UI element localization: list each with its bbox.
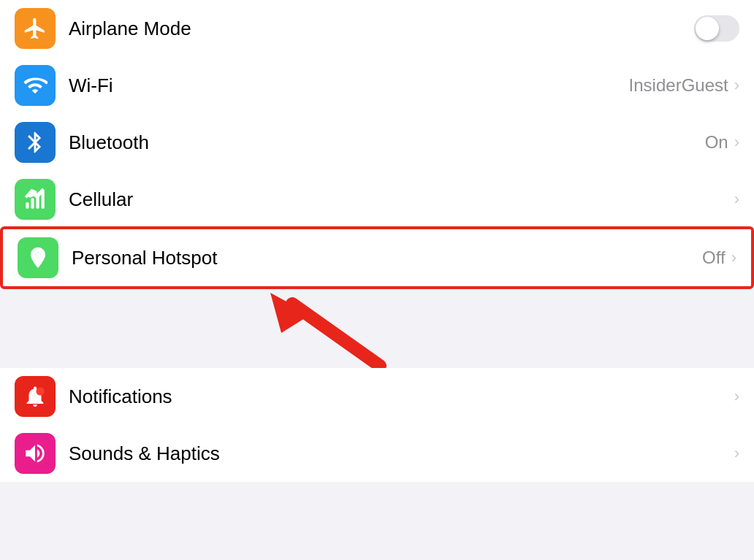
notifications-icon bbox=[15, 376, 56, 417]
toggle-knob bbox=[696, 17, 719, 40]
cellular-label: Cellular bbox=[69, 188, 734, 211]
settings-item-wifi[interactable]: Wi-Fi InsiderGuest › bbox=[0, 57, 754, 114]
sounds-icon bbox=[15, 433, 56, 474]
svg-point-4 bbox=[35, 252, 40, 257]
hotspot-chevron: › bbox=[731, 248, 736, 267]
bluetooth-icon bbox=[15, 122, 56, 163]
top-settings-group: Airplane Mode Wi-Fi InsiderGuest › bbox=[0, 0, 754, 289]
cellular-chevron: › bbox=[734, 190, 739, 209]
svg-rect-2 bbox=[36, 194, 39, 209]
cellular-icon bbox=[15, 179, 56, 220]
notifications-chevron: › bbox=[734, 387, 739, 406]
settings-item-airplane-mode[interactable]: Airplane Mode bbox=[0, 0, 754, 57]
hotspot-value: Off bbox=[702, 248, 726, 268]
airplane-mode-label: Airplane Mode bbox=[69, 18, 694, 40]
airplane-mode-toggle[interactable] bbox=[694, 15, 739, 42]
settings-item-notifications[interactable]: Notifications › bbox=[0, 368, 754, 425]
red-arrow-annotation bbox=[248, 289, 438, 368]
svg-rect-1 bbox=[31, 199, 34, 209]
bluetooth-value: On bbox=[705, 132, 728, 153]
personal-hotspot-highlight: Personal Hotspot Off › bbox=[0, 226, 754, 289]
settings-item-personal-hotspot[interactable]: Personal Hotspot Off › bbox=[3, 229, 751, 286]
notifications-label: Notifications bbox=[69, 386, 734, 408]
svg-rect-0 bbox=[26, 202, 28, 209]
bluetooth-chevron: › bbox=[734, 133, 739, 152]
wifi-chevron: › bbox=[734, 76, 739, 95]
svg-point-9 bbox=[36, 387, 44, 395]
section-divider bbox=[0, 288, 754, 368]
settings-screen: Airplane Mode Wi-Fi InsiderGuest › bbox=[0, 0, 754, 482]
wifi-value: InsiderGuest bbox=[629, 75, 728, 96]
settings-item-sounds[interactable]: Sounds & Haptics › bbox=[0, 425, 754, 482]
bluetooth-label: Bluetooth bbox=[69, 131, 705, 154]
sounds-label: Sounds & Haptics bbox=[69, 442, 734, 465]
hotspot-icon bbox=[18, 237, 58, 278]
settings-item-cellular[interactable]: Cellular › bbox=[0, 171, 754, 228]
wifi-icon bbox=[15, 65, 56, 106]
bottom-settings-group: Notifications › Sounds & Haptics › bbox=[0, 368, 754, 482]
wifi-label: Wi-Fi bbox=[69, 74, 629, 97]
hotspot-label: Personal Hotspot bbox=[72, 247, 702, 269]
sounds-chevron: › bbox=[734, 444, 739, 463]
settings-item-bluetooth[interactable]: Bluetooth On › bbox=[0, 114, 754, 171]
airplane-mode-icon bbox=[15, 8, 56, 49]
svg-rect-3 bbox=[42, 190, 45, 209]
